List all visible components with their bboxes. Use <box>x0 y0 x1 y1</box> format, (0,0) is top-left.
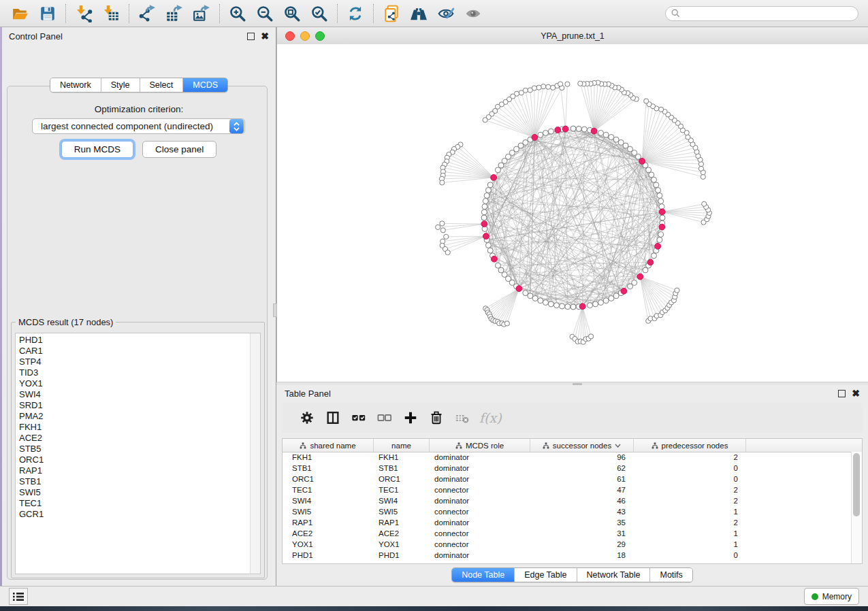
network-graph[interactable] <box>277 44 868 382</box>
network-node[interactable] <box>570 126 576 131</box>
mcds-result-item[interactable]: GCR1 <box>16 509 260 520</box>
mcds-result-list[interactable]: PHD1CAR1STP4TID3YOX1SWI4SRD1PMA2FKH1ACE2… <box>15 333 261 574</box>
table-row[interactable]: TEC1TEC1connector472 <box>283 484 852 495</box>
network-node[interactable] <box>657 237 662 243</box>
tab-node-table[interactable]: Node Table <box>452 568 515 582</box>
column-header-name[interactable]: name <box>374 439 430 452</box>
mcds-result-item[interactable]: ORC1 <box>16 455 260 465</box>
network-node[interactable] <box>436 225 440 229</box>
network-node[interactable] <box>541 84 546 89</box>
column-header-shared-name[interactable]: shared name <box>283 439 374 452</box>
run-mcds-button[interactable]: Run MCDS <box>61 141 133 158</box>
tab-network-table[interactable]: Network Table <box>577 568 651 582</box>
network-node[interactable] <box>560 303 565 309</box>
network-node[interactable] <box>613 293 619 299</box>
network-node[interactable] <box>657 193 662 198</box>
column-header-predecessor-nodes[interactable]: predecessor nodes <box>634 439 746 452</box>
table-row[interactable]: RAP1RAP1dominator352 <box>283 517 852 528</box>
table-row[interactable]: PHD1PHD1dominator180 <box>283 550 852 561</box>
network-node[interactable] <box>485 188 491 193</box>
show-graphics-details-button[interactable] <box>460 3 487 24</box>
criterion-dropdown[interactable]: largest connected component (undirected) <box>32 118 245 134</box>
open-button[interactable] <box>7 3 34 24</box>
network-node-dominator[interactable] <box>481 221 487 227</box>
network-node[interactable] <box>548 301 553 307</box>
tab-network[interactable]: Network <box>50 78 101 92</box>
table-row[interactable]: ACE2ACE2connector311 <box>283 528 852 539</box>
network-node[interactable] <box>581 127 587 132</box>
network-node[interactable] <box>588 303 593 308</box>
export-table-button[interactable] <box>161 3 188 24</box>
network-node[interactable] <box>519 90 524 95</box>
mcds-result-item[interactable]: SWI5 <box>16 487 260 498</box>
tab-style[interactable]: Style <box>101 78 140 92</box>
network-node-dominator[interactable] <box>659 209 665 215</box>
select-all-button[interactable] <box>346 410 372 425</box>
network-node[interactable] <box>536 85 541 90</box>
network-node[interactable] <box>481 210 487 215</box>
mcds-result-item[interactable]: STB5 <box>16 444 260 455</box>
network-node[interactable] <box>702 201 707 206</box>
network-node[interactable] <box>440 221 445 226</box>
mcds-result-item[interactable]: TEC1 <box>16 498 260 509</box>
mcds-result-item[interactable]: FKH1 <box>16 422 260 433</box>
network-node-dominator[interactable] <box>639 159 645 165</box>
network-node[interactable] <box>546 84 551 89</box>
table-row[interactable]: STB1STB1dominator620 <box>283 463 852 474</box>
tab-motifs[interactable]: Motifs <box>650 568 692 582</box>
network-node[interactable] <box>554 303 560 308</box>
column-header-MCDS-role[interactable]: MCDS role <box>430 439 530 452</box>
network-node[interactable] <box>528 293 533 299</box>
table-row[interactable]: FKH1FKH1dominator962 <box>283 452 852 463</box>
mcds-result-item[interactable]: STB1 <box>16 476 260 487</box>
network-node-dominator[interactable] <box>491 175 497 181</box>
network-node-dominator[interactable] <box>591 128 597 134</box>
network-node-dominator[interactable] <box>516 286 522 292</box>
network-node-dominator[interactable] <box>647 259 654 265</box>
refresh-button[interactable] <box>342 3 369 24</box>
zoom-selected-button[interactable] <box>306 3 333 24</box>
mcds-list-scrollbar[interactable] <box>250 333 260 574</box>
network-node[interactable] <box>487 248 493 253</box>
settings-button[interactable] <box>294 410 320 425</box>
network-node[interactable] <box>598 130 604 135</box>
network-node[interactable] <box>598 300 604 306</box>
network-node[interactable] <box>649 172 654 178</box>
network-node[interactable] <box>589 334 594 339</box>
network-node[interactable] <box>659 107 664 112</box>
float-table-panel-icon[interactable] <box>838 390 846 397</box>
network-node[interactable] <box>675 288 679 293</box>
close-table-panel-icon[interactable]: ✖ <box>852 390 860 397</box>
network-node[interactable] <box>543 300 549 306</box>
mcds-result-item[interactable]: YOX1 <box>16 378 260 389</box>
network-node[interactable] <box>609 296 614 301</box>
network-node[interactable] <box>613 137 619 142</box>
memory-button[interactable]: Memory <box>804 588 859 605</box>
share-document-button[interactable] <box>378 3 405 24</box>
network-node[interactable] <box>504 321 509 326</box>
network-node-dominator[interactable] <box>555 127 561 133</box>
network-node[interactable] <box>656 188 661 193</box>
table-scrollbar[interactable] <box>851 452 862 563</box>
task-history-button[interactable] <box>9 588 28 605</box>
table-row[interactable]: ORC1ORC1dominator610 <box>283 474 852 484</box>
network-node[interactable] <box>686 135 690 139</box>
network-node[interactable] <box>593 301 598 307</box>
network-node-dominator[interactable] <box>492 256 498 262</box>
network-node[interactable] <box>483 199 488 204</box>
network-node[interactable] <box>528 88 532 93</box>
network-node[interactable] <box>603 132 609 137</box>
mcds-result-item[interactable]: PHD1 <box>16 335 260 346</box>
network-node[interactable] <box>440 228 445 233</box>
network-node[interactable] <box>576 126 581 131</box>
network-node[interactable] <box>658 232 664 237</box>
network-canvas[interactable] <box>277 44 868 382</box>
mcds-result-item[interactable]: PMA2 <box>16 411 260 422</box>
mcds-result-item[interactable]: SRD1 <box>16 400 260 411</box>
table-row[interactable]: SWI4SWI4dominator462 <box>283 495 852 506</box>
delete-table-button[interactable] <box>449 410 475 425</box>
network-node[interactable] <box>658 199 664 204</box>
deselect-all-button[interactable] <box>372 410 398 425</box>
network-node[interactable] <box>548 129 553 134</box>
network-node[interactable] <box>483 118 487 122</box>
